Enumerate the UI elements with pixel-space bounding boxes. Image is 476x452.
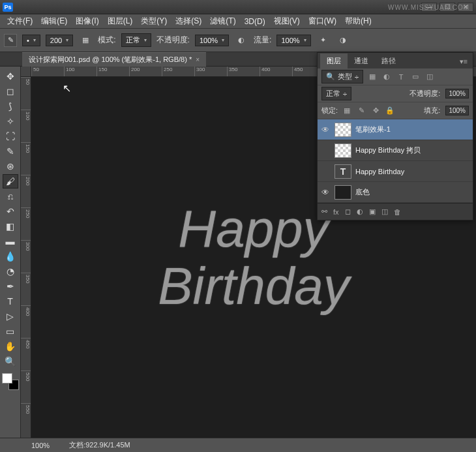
brush-size-field[interactable]: 200▾ [46, 35, 73, 46]
menu-file[interactable]: 文件(F) [4, 14, 36, 28]
eraser-tool[interactable]: ◧ [3, 219, 18, 234]
filter-type-icon[interactable]: T [396, 73, 406, 81]
hand-tool[interactable]: ✋ [3, 339, 18, 354]
dodge-tool[interactable]: ◔ [3, 264, 18, 279]
healing-brush-tool[interactable]: ⊛ [3, 159, 18, 173]
layer-row[interactable]: 👁笔刷效果-1 [318, 119, 473, 140]
flow-field[interactable]: 100%▾ [276, 35, 310, 46]
zoom-level[interactable]: 100% [5, 442, 50, 449]
zoom-tool[interactable]: 🔍 [3, 354, 18, 369]
path-selection-tool[interactable]: ▷ [3, 309, 18, 324]
layer-row[interactable]: Happy Birthday 拷贝 [318, 140, 473, 161]
visibility-icon[interactable]: 👁 [320, 125, 331, 134]
lock-transparent-icon[interactable]: ▦ [342, 106, 352, 115]
layer-list: 👁笔刷效果-1Happy Birthday 拷贝THappy Birthday👁… [318, 119, 473, 203]
chevron-down-icon: ▾ [304, 37, 306, 43]
ruler-tick: 100 [21, 110, 31, 142]
rectangle-tool[interactable]: ▭ [3, 324, 18, 339]
visibility-icon[interactable]: 👁 [320, 188, 331, 197]
layer-blend-mode[interactable]: 正常 ÷ [321, 87, 351, 100]
type-tool[interactable]: T [3, 294, 18, 309]
filter-pixel-icon[interactable]: ▦ [367, 72, 378, 81]
layer-filter-select[interactable]: 🔍 类型 ÷ [321, 70, 363, 83]
magic-wand-tool[interactable]: ✧ [3, 114, 18, 128]
layer-thumbnail[interactable] [335, 185, 351, 200]
blur-tool[interactable]: 💧 [3, 249, 18, 264]
menu-view[interactable]: 视图(V) [271, 14, 303, 28]
layer-opacity-value[interactable]: 100% [445, 89, 469, 98]
move-tool[interactable]: ✥ [3, 69, 18, 83]
lock-position-icon[interactable]: ✥ [370, 106, 381, 115]
menu-layer[interactable]: 图层(L) [104, 14, 136, 28]
airbrush-icon[interactable]: ✦ [316, 33, 331, 48]
history-brush-tool[interactable]: ↶ [3, 204, 18, 218]
pressure-opacity-icon[interactable]: ◐ [234, 33, 248, 48]
brush-panel-icon[interactable]: ▦ [78, 33, 93, 48]
layer-row[interactable]: 👁底色 [318, 182, 473, 203]
menu-image[interactable]: 图像(I) [72, 14, 102, 28]
menu-3d[interactable]: 3D(D) [241, 16, 269, 27]
lock-pixels-icon[interactable]: ✎ [356, 106, 366, 115]
layer-fx-icon[interactable]: fx [333, 208, 339, 216]
close-tab-icon[interactable]: × [196, 56, 200, 63]
new-layer-icon[interactable]: ◫ [381, 207, 388, 216]
layer-opacity-label: 不透明度: [409, 89, 440, 98]
layer-row[interactable]: THappy Birthday [318, 161, 473, 182]
layer-name[interactable]: 笔刷效果-1 [355, 125, 391, 134]
doc-info[interactable]: 文档:922.9K/1.45M [69, 440, 130, 450]
crop-tool[interactable]: ⛶ [3, 129, 18, 143]
pen-tool[interactable]: ✒ [3, 279, 18, 294]
fill-value[interactable]: 100% [445, 106, 469, 115]
tool-preset-icon[interactable]: ✎ [4, 34, 17, 47]
menu-type[interactable]: 类型(Y) [138, 14, 170, 28]
layer-thumbnail[interactable] [335, 123, 351, 137]
layer-thumbnail[interactable] [335, 143, 351, 158]
blend-mode-select[interactable]: 正常▾ [121, 33, 151, 47]
lock-all-icon[interactable]: 🔒 [385, 106, 395, 115]
document-tab[interactable]: 设计探索网001.psd @ 100% (笔刷效果-1, RGB/8) * × [22, 52, 206, 67]
tab-layers[interactable]: 图层 [320, 53, 348, 68]
chevron-down-icon: ▾ [144, 37, 147, 43]
lasso-tool[interactable]: ⟆ [3, 99, 18, 113]
tab-channels[interactable]: 通道 [348, 53, 375, 68]
menu-filter[interactable]: 滤镜(T) [207, 14, 239, 28]
link-layers-icon[interactable]: ⚯ [321, 207, 327, 216]
layer-name[interactable]: 底色 [355, 187, 370, 197]
layer-name[interactable]: Happy Birthday [355, 168, 404, 175]
marquee-tool[interactable]: ◻ [3, 84, 18, 98]
menu-window[interactable]: 窗口(W) [305, 14, 340, 28]
tab-paths[interactable]: 路径 [375, 53, 402, 68]
gradient-tool[interactable]: ▬ [3, 234, 18, 249]
ruler-tick: 50 [21, 77, 31, 110]
brush-tool[interactable]: 🖌 [3, 174, 18, 188]
chevron-down-icon: ▾ [222, 37, 224, 43]
filter-shape-icon[interactable]: ▭ [410, 72, 421, 81]
layer-name[interactable]: Happy Birthday 拷贝 [355, 145, 421, 155]
eyedropper-tool[interactable]: ✎ [3, 144, 18, 158]
layer-blend-row: 正常 ÷ 不透明度: 100% [318, 85, 473, 102]
layer-thumbnail[interactable]: T [335, 164, 351, 179]
layer-group-icon[interactable]: ▣ [369, 207, 376, 216]
ruler-tick: 300 [21, 240, 31, 273]
delete-layer-icon[interactable]: 🗑 [394, 208, 401, 216]
ruler-tick: 250 [21, 207, 31, 240]
brush-preset-picker[interactable]: • ▾ [22, 35, 40, 46]
foreground-swatch[interactable] [2, 373, 12, 384]
adjustment-layer-icon[interactable]: ◐ [357, 207, 363, 216]
opacity-field[interactable]: 100%▾ [195, 35, 229, 46]
ruler-tick: 250 [162, 67, 194, 76]
menu-help[interactable]: 帮助(H) [342, 14, 375, 28]
status-bar: 100% 文档:922.9K/1.45M [0, 438, 476, 452]
mode-label: 模式: [98, 35, 115, 46]
panel-menu-icon[interactable]: ▾≡ [454, 55, 473, 68]
vertical-ruler[interactable]: 50100150200250300350400450500550 [21, 77, 31, 438]
layer-mask-icon[interactable]: ◻ [345, 207, 351, 216]
filter-adjust-icon[interactable]: ◐ [381, 72, 392, 81]
menu-edit[interactable]: 编辑(E) [38, 14, 70, 28]
color-swatches[interactable] [2, 373, 19, 390]
filter-smart-icon[interactable]: ◫ [424, 72, 435, 81]
pressure-size-icon[interactable]: ◑ [336, 33, 350, 48]
ruler-tick: 400 [21, 305, 31, 338]
menu-select[interactable]: 选择(S) [172, 14, 205, 28]
clone-stamp-tool[interactable]: ⎌ [3, 189, 18, 203]
